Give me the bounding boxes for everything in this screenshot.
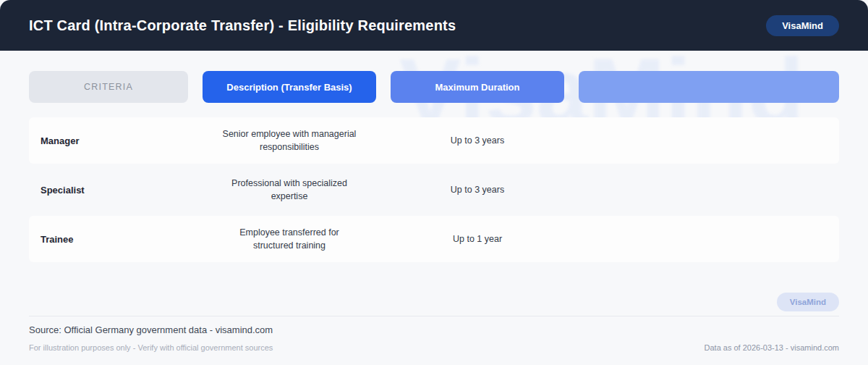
page-title: ICT Card (Intra-Corporate Transfer) - El…	[29, 17, 456, 34]
criteria-cell: Trainee	[29, 234, 188, 245]
header-bar: ICT Card (Intra-Corporate Transfer) - El…	[0, 0, 868, 51]
description-cell: Senior employee with managerial responsi…	[223, 127, 357, 154]
ict-card-infographic: ICT Card (Intra-Corporate Transfer) - El…	[0, 0, 868, 365]
column-header-criteria: CRITERIA	[29, 71, 188, 103]
table-row-trainee: Trainee Employee transferred for structu…	[29, 216, 839, 262]
description-cell: Professional with specialized expertise	[223, 177, 357, 203]
data-as-of-text: Data as of 2026-03-13 - visamind.com	[705, 343, 839, 352]
footer-divider	[29, 316, 839, 316]
content-area: VisaMind CRITERIA Description (Transfer …	[0, 51, 868, 365]
column-header-extra	[579, 71, 839, 103]
duration-cell: Up to 3 years	[451, 135, 504, 146]
footer-brand-badge: VisaMind	[777, 293, 839, 311]
source-text: Source: Official Germany government data…	[29, 324, 273, 335]
criteria-cell: Specialist	[29, 185, 188, 196]
duration-cell: Up to 3 years	[451, 185, 504, 195]
duration-cell: Up to 1 year	[453, 234, 502, 244]
brand-badge: VisaMind	[766, 15, 839, 36]
column-header-description: Description (Transfer Basis)	[203, 71, 376, 103]
column-header-duration: Maximum Duration	[391, 71, 564, 103]
criteria-cell: Manager	[29, 135, 188, 146]
table-row-manager: Manager Senior employee with managerial …	[29, 117, 839, 164]
disclaimer-text: For illustration purposes only - Verify …	[29, 343, 273, 352]
table-row-specialist: Specialist Professional with specialized…	[29, 167, 839, 213]
description-cell: Employee transferred for structured trai…	[223, 226, 357, 252]
